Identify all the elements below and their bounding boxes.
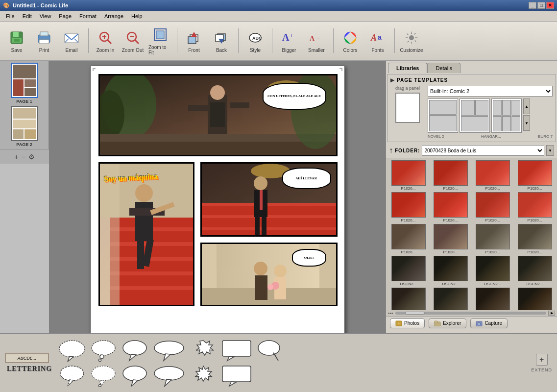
photo-item-6[interactable]: P1020... — [430, 192, 471, 222]
photo-name-15: DSCN2... — [484, 282, 501, 286]
photo-item-15[interactable]: DSCN2... — [472, 256, 513, 286]
style-icon: ABC — [246, 29, 264, 47]
bubble-oval-dashed[interactable] — [58, 365, 86, 387]
extend-button[interactable]: + — [536, 354, 548, 366]
minimize-button[interactable]: _ — [529, 2, 536, 9]
window-controls[interactable]: _ □ ✕ — [529, 2, 554, 9]
photo-item-2[interactable]: P1020... — [430, 160, 471, 191]
template-thumb-2[interactable] — [460, 98, 490, 133]
folder-dropdown[interactable]: 20070428 Boda de Luis — [422, 145, 544, 156]
canvas-area[interactable]: CON USTEDES, EL ALE ALE ALE — [49, 61, 386, 333]
svg-point-53 — [210, 85, 225, 100]
capture-tab-button[interactable]: Capture — [470, 318, 508, 328]
menu-edit[interactable]: Edit — [19, 12, 36, 20]
menu-page[interactable]: Page — [55, 12, 75, 20]
explorer-tab-button[interactable]: Explorer — [429, 318, 466, 328]
photo-item-4[interactable]: P1020... — [514, 160, 555, 191]
page-label-1: PAGE 1 — [16, 99, 32, 104]
photo-name-3: P1020... — [485, 186, 500, 191]
close-button[interactable]: ✕ — [546, 2, 554, 9]
colors-button[interactable]: Colors — [338, 24, 363, 57]
photo-item-8[interactable]: P1020... — [514, 192, 555, 222]
front-button[interactable]: Front — [181, 24, 207, 57]
bubble-spiky-2[interactable] — [189, 365, 218, 387]
photos-tab-button[interactable]: Photos — [390, 318, 425, 328]
photo-item-16[interactable]: DSCN2... — [514, 256, 555, 286]
panel-bottom-mid-bot[interactable]: OLE!! — [200, 243, 338, 306]
scroll-right-btn[interactable]: ▶ — [548, 311, 555, 316]
folder-dropdown-arrow[interactable]: ▼ — [546, 145, 554, 156]
abcde-box: ABCDE... — [5, 353, 49, 363]
svg-rect-84 — [262, 217, 266, 235]
single-panel-template[interactable] — [395, 93, 420, 123]
back-icon — [213, 29, 230, 47]
email-button[interactable]: Email — [59, 24, 84, 57]
menu-arrange[interactable]: Arrange — [100, 12, 127, 20]
scroll-track[interactable] — [395, 312, 546, 315]
add-page-button[interactable]: + — [14, 153, 18, 161]
bubble-rect[interactable] — [220, 339, 253, 362]
bubble-rect-2[interactable] — [220, 365, 253, 387]
menu-file[interactable]: File — [2, 12, 19, 20]
maximize-button[interactable]: □ — [537, 2, 545, 9]
menu-help[interactable]: Help — [127, 12, 146, 20]
remove-page-button[interactable]: − — [22, 153, 25, 161]
print-button[interactable]: Print — [31, 24, 57, 57]
zoom-out-button[interactable]: Zoom Out — [120, 24, 145, 57]
template-thumb-1[interactable] — [428, 98, 458, 133]
template-label-1: NOVEL 2 — [428, 134, 444, 139]
bigger-button[interactable]: A+ Bigger — [276, 24, 302, 57]
panel-bottom-left[interactable]: Soy ua máquina — [98, 162, 194, 306]
photo-item-18[interactable]: DSCN2... — [430, 288, 471, 310]
panel-bottom-mid-top[interactable]: AHÍ LLEVAS! — [200, 162, 338, 237]
fonts-button[interactable]: Aa Fonts — [365, 24, 390, 57]
photo-item-10[interactable]: P1020... — [430, 224, 471, 254]
photo-scrollbar: ••• ▶ — [386, 310, 557, 316]
photo-item-1[interactable]: P1020... — [388, 160, 429, 191]
save-button[interactable]: Save — [4, 24, 29, 57]
template-dropdown[interactable]: Built-in: Comic 1Built-in: Comic 2Built-… — [428, 86, 553, 97]
back-button[interactable]: Back — [209, 24, 234, 57]
photo-item-14[interactable]: DSCN2... — [430, 256, 471, 286]
bubble-wide-2[interactable] — [152, 365, 186, 387]
bubble-thought-dotted[interactable] — [89, 365, 118, 387]
bubble-spiky[interactable] — [189, 339, 218, 362]
customize-button[interactable]: Customize — [399, 24, 424, 57]
zoom-in-button[interactable]: Zoom In — [93, 24, 118, 57]
smaller-button[interactable]: A- Smaller — [304, 24, 329, 57]
front-icon — [185, 29, 203, 47]
page-thumb-1[interactable]: PAGE 1 — [9, 63, 40, 104]
style-button[interactable]: ABC Style — [242, 24, 268, 57]
photo-item-5[interactable]: P1020... — [388, 192, 429, 222]
folder-back-icon[interactable]: ↑ — [389, 146, 393, 155]
menu-view[interactable]: View — [36, 12, 55, 20]
zoom-fit-button[interactable]: Zoom to Fit — [147, 24, 173, 57]
bubble-round[interactable] — [121, 339, 149, 362]
photo-item-13[interactable]: DSCN2... — [388, 256, 429, 286]
libraries-tab[interactable]: Libraries — [388, 63, 427, 73]
photo-item-17[interactable]: DSCN2... — [388, 288, 429, 310]
template-thumb-3[interactable] — [491, 98, 522, 133]
photo-item-12[interactable]: P1020... — [514, 224, 555, 254]
photo-item-19[interactable]: DSCN2... — [472, 288, 513, 310]
photo-item-9[interactable]: P1020... — [388, 224, 429, 254]
page-thumb-2[interactable]: PAGE 2 — [9, 106, 40, 147]
bubble-oval[interactable] — [58, 339, 86, 362]
template-scroll-down[interactable]: ▼ — [523, 115, 530, 131]
scroll-thumb[interactable] — [405, 312, 425, 315]
panel-top[interactable]: CON USTEDES, EL ALE ALE ALE — [98, 74, 338, 156]
photo-item-7[interactable]: P1020... — [472, 192, 513, 222]
template-scroll-up[interactable]: ▲ — [523, 98, 530, 114]
menu-format[interactable]: Format — [75, 12, 100, 20]
svg-text:A: A — [370, 33, 377, 43]
bubble-tail-right[interactable] — [256, 339, 284, 362]
photo-item-20[interactable]: DSCN2... — [514, 288, 555, 310]
details-tab[interactable]: Details — [427, 63, 460, 73]
bubble-wide[interactable] — [152, 339, 186, 362]
bubble-round-2[interactable] — [121, 365, 149, 387]
svg-rect-139 — [222, 366, 251, 382]
bubble-thought[interactable] — [89, 339, 118, 362]
photo-item-3[interactable]: P1020... — [472, 160, 513, 191]
settings-button[interactable]: ⚙ — [28, 153, 35, 161]
photo-item-11[interactable]: P1020... — [472, 224, 513, 254]
